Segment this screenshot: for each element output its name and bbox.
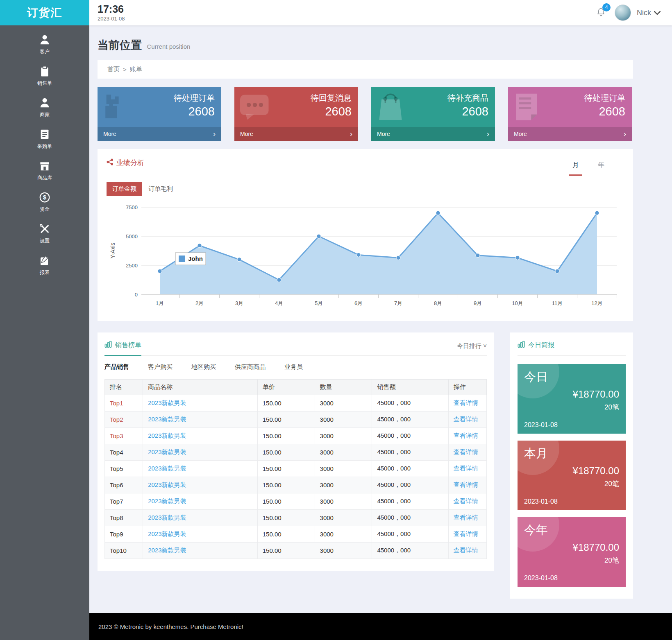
view-detail-link[interactable]: 查看详情 xyxy=(454,416,478,423)
avatar[interactable] xyxy=(615,5,631,21)
current-date: 2023-01-08 xyxy=(98,16,125,22)
view-detail-link[interactable]: 查看详情 xyxy=(454,399,478,406)
briefing-card-3: 今年¥18770.0020笔2023-01-08 xyxy=(518,517,626,587)
amount-cell: 45000，000 xyxy=(372,461,448,477)
sidebar-item-purchase-order[interactable]: 采购单 xyxy=(0,128,89,151)
sales-tab-1[interactable]: 客户购买 xyxy=(148,363,173,371)
sales-tab-0[interactable]: 产品销售 xyxy=(104,363,129,371)
amount-cell: 45000，000 xyxy=(372,526,448,543)
sidebar-item-report[interactable]: 报表 xyxy=(0,254,89,277)
action-cell: 查看详情 xyxy=(448,526,486,543)
briefing-card-1: 今日¥18770.0020笔2023-01-08 xyxy=(518,364,626,434)
funds-icon: $ xyxy=(39,191,51,204)
sales-tab-2[interactable]: 地区购买 xyxy=(191,363,216,371)
period-year-tab[interactable]: 年 xyxy=(595,161,608,175)
product-link[interactable]: 2023新款男装 xyxy=(148,547,186,554)
share-icon xyxy=(107,158,114,167)
clock-block: 17:36 2023-01-08 xyxy=(98,4,125,21)
product-cell: 2023新款男装 xyxy=(143,428,258,444)
product-link[interactable]: 2023新款男装 xyxy=(148,432,186,439)
stat-card-3: 待补充商品2608More› xyxy=(371,87,495,141)
app-logo[interactable]: 订货汇 xyxy=(0,0,89,25)
breadcrumb-separator: > xyxy=(123,66,127,73)
product-link[interactable]: 2023新款男装 xyxy=(148,465,186,472)
action-cell: 查看详情 xyxy=(448,395,486,412)
user-menu[interactable]: Nick xyxy=(637,9,661,17)
tab-order-amount[interactable]: 订单金额 xyxy=(107,182,142,196)
product-link[interactable]: 2023新款男装 xyxy=(148,498,186,504)
action-cell: 查看详情 xyxy=(448,412,486,428)
view-detail-link[interactable]: 查看详情 xyxy=(454,514,478,521)
product-link[interactable]: 2023新款男装 xyxy=(148,530,186,537)
daily-briefing-panel: 今日简报 今日¥18770.0020笔2023-01-08本月¥18770.00… xyxy=(510,332,633,599)
view-detail-link[interactable]: 查看详情 xyxy=(454,432,478,439)
breadcrumb-home[interactable]: 首页 xyxy=(107,66,120,73)
notification-button[interactable]: 4 xyxy=(596,7,606,19)
rank-cell: Top6 xyxy=(105,477,143,493)
view-detail-link[interactable]: 查看详情 xyxy=(454,481,478,488)
svg-text:5月: 5月 xyxy=(315,300,323,306)
price-cell: 150.00 xyxy=(257,428,315,444)
sidebar-item-sales-order[interactable]: 销售单 xyxy=(0,65,89,88)
more-link[interactable]: More› xyxy=(234,127,358,141)
table-row: Top12023新款男装150.00300045000，000查看详情 xyxy=(105,395,487,412)
product-cell: 2023新款男装 xyxy=(143,526,258,543)
chart-tabs: 订单金额 订单毛利 xyxy=(107,182,624,196)
svg-text:2500: 2500 xyxy=(126,262,138,269)
view-detail-link[interactable]: 查看详情 xyxy=(454,498,478,504)
qty-cell: 3000 xyxy=(315,395,372,412)
product-cell: 2023新款男装 xyxy=(143,477,258,493)
stat-card-1: 待处理订单2608More› xyxy=(98,87,221,141)
price-cell: 150.00 xyxy=(257,395,315,412)
report-icon xyxy=(39,254,51,267)
product-link[interactable]: 2023新款男装 xyxy=(148,448,186,455)
period-toggle: 月 年 xyxy=(569,161,624,175)
sidebar: 订货汇 客户销售单商家采购单商品库$资金设置报表 xyxy=(0,0,89,640)
stat-card-4: 待处理订单2608More› xyxy=(508,87,632,141)
briefing-count: 20笔 xyxy=(524,403,619,412)
sales-tab-3[interactable]: 供应商商品 xyxy=(235,363,266,371)
svg-text:John: John xyxy=(188,255,203,262)
briefing-label: 今日 xyxy=(524,369,619,385)
sidebar-item-product-store[interactable]: 商品库 xyxy=(0,160,89,183)
stat-card-value: 2608 xyxy=(174,105,215,118)
merchant-icon xyxy=(39,97,51,109)
view-detail-link[interactable]: 查看详情 xyxy=(454,530,478,537)
briefing-date: 2023-01-08 xyxy=(524,498,558,505)
main-content: 当前位置 Current position 首页 > 账单 待处理订单2608M… xyxy=(89,25,672,640)
more-link[interactable]: More› xyxy=(508,127,632,141)
more-link[interactable]: More› xyxy=(98,127,221,141)
svg-text:10月: 10月 xyxy=(512,300,523,306)
table-row: Top62023新款男装150.00300045000，000查看详情 xyxy=(105,477,487,493)
breadcrumb-current[interactable]: 账单 xyxy=(130,66,142,73)
sidebar-item-funds[interactable]: $资金 xyxy=(0,191,89,214)
performance-title: 业绩分析 xyxy=(116,158,144,167)
performance-title-wrap: 业绩分析 xyxy=(107,158,144,175)
sales-tab-4[interactable]: 业务员 xyxy=(284,363,303,371)
qty-cell: 3000 xyxy=(315,543,372,559)
tab-order-profit[interactable]: 订单毛利 xyxy=(148,185,173,193)
svg-text:8月: 8月 xyxy=(434,300,442,306)
sidebar-item-merchant[interactable]: 商家 xyxy=(0,97,89,120)
product-link[interactable]: 2023新款男装 xyxy=(148,416,186,423)
view-detail-link[interactable]: 查看详情 xyxy=(454,547,478,554)
product-link[interactable]: 2023新款男装 xyxy=(148,481,186,488)
bar-chart-icon xyxy=(104,341,112,350)
sales-tabs: 产品销售客户购买地区购买供应商商品业务员 xyxy=(104,363,487,371)
product-link[interactable]: 2023新款男装 xyxy=(148,399,186,406)
ranking-filter-dropdown[interactable]: 今日排行 ˅ xyxy=(457,342,487,355)
more-link[interactable]: More› xyxy=(371,127,495,141)
briefing-date: 2023-01-08 xyxy=(524,421,558,429)
product-link[interactable]: 2023新款男装 xyxy=(148,514,186,521)
action-cell: 查看详情 xyxy=(448,543,486,559)
sidebar-item-customer[interactable]: 客户 xyxy=(0,34,89,57)
table-row: Top102023新款男装150.00300045000，000查看详情 xyxy=(105,543,487,559)
period-month-tab[interactable]: 月 xyxy=(569,161,582,176)
table-row: Top82023新款男装150.00300045000，000查看详情 xyxy=(105,510,487,526)
sidebar-item-label: 客户 xyxy=(40,48,50,55)
price-cell: 150.00 xyxy=(257,444,315,461)
view-detail-link[interactable]: 查看详情 xyxy=(454,465,478,472)
briefing-amount: ¥18770.00 xyxy=(524,465,619,477)
sidebar-item-settings[interactable]: 设置 xyxy=(0,223,89,246)
view-detail-link[interactable]: 查看详情 xyxy=(454,448,478,455)
